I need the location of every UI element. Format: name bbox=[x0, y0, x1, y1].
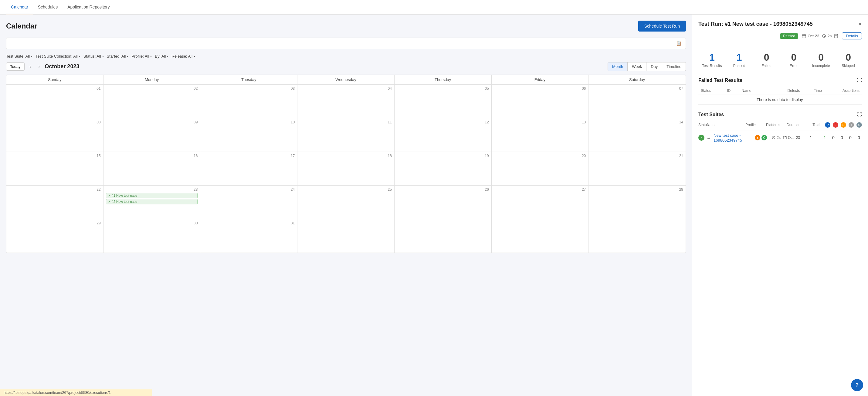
calendar-cell-0-6[interactable]: 07 bbox=[588, 85, 686, 118]
day-view-button[interactable]: Day bbox=[646, 62, 662, 71]
search-input[interactable] bbox=[11, 41, 673, 46]
check-icon: ✓ bbox=[108, 200, 111, 203]
calendar-cell-4-0[interactable]: 29 bbox=[6, 219, 103, 253]
test-suite-filter[interactable]: Test Suite: All ▾ bbox=[6, 54, 32, 59]
calendar-cell-4-5[interactable] bbox=[492, 219, 589, 253]
calendar-date-2-4: 19 bbox=[397, 154, 489, 158]
nav-tab-calendar[interactable]: Calendar bbox=[6, 0, 33, 14]
failed-test-results-section: Failed Test Results ⛶ Status ID Name Def… bbox=[699, 78, 862, 105]
chevron-down-icon: ▾ bbox=[167, 55, 168, 58]
calendar-cell-0-5[interactable]: 06 bbox=[492, 85, 589, 118]
cloud-icon: ☁ bbox=[707, 136, 711, 140]
no-data-row: There is no data to display. bbox=[699, 95, 862, 105]
calendar-cell-2-2[interactable]: 17 bbox=[200, 152, 298, 185]
calendar-date-1-4: 12 bbox=[397, 120, 489, 124]
calendar-cell-4-1[interactable]: 30 bbox=[103, 219, 200, 253]
support-button[interactable]: ? bbox=[851, 379, 863, 391]
suite-name-link[interactable]: New test case - 1698052349745 bbox=[714, 133, 742, 142]
expand-suites-button[interactable]: ⛶ bbox=[857, 112, 862, 117]
failed-section-title: Failed Test Results bbox=[699, 78, 742, 83]
calendar-cell-4-6[interactable] bbox=[588, 219, 686, 253]
calendar-date-4-1: 30 bbox=[106, 221, 198, 225]
calendar-cell-2-0[interactable]: 15 bbox=[6, 152, 103, 185]
started-filter[interactable]: Started: All ▾ bbox=[107, 54, 129, 59]
calendar-cell-4-4[interactable] bbox=[395, 219, 492, 253]
status-filter[interactable]: Status: All ▾ bbox=[84, 54, 104, 59]
copy-icon[interactable]: 📋 bbox=[676, 41, 681, 46]
suite-duration-meta: 2s Oct 23 bbox=[772, 136, 800, 140]
nav-tab-app-repo[interactable]: Application Repository bbox=[63, 0, 115, 14]
by-filter[interactable]: By: All ▾ bbox=[155, 54, 168, 59]
calendar-cell-3-6[interactable]: 28 bbox=[588, 186, 686, 219]
calendar-cell-4-2[interactable]: 31 bbox=[200, 219, 298, 253]
main-layout: Calendar Schedule Test Run 📋 Test Suite:… bbox=[0, 14, 868, 396]
calendar-cell-0-2[interactable]: 03 bbox=[200, 85, 298, 118]
stat-skipped: 0 Skipped bbox=[835, 48, 862, 72]
calendar-cell-1-3[interactable]: 11 bbox=[298, 118, 395, 152]
stat-error: 0 Error bbox=[780, 48, 807, 72]
calendar-cell-0-0[interactable]: 01 bbox=[6, 85, 103, 118]
date-meta: Oct 23 bbox=[802, 34, 819, 38]
calendar-cell-1-0[interactable]: 08 bbox=[6, 118, 103, 152]
calendar-event-3-1-1[interactable]: ✓#2 New test case bbox=[106, 199, 198, 204]
test-suite-collection-filter[interactable]: Test Suite Collection: All ▾ bbox=[35, 54, 81, 59]
page-title: Calendar bbox=[6, 22, 37, 30]
calendar-cell-1-6[interactable]: 14 bbox=[588, 118, 686, 152]
calendar-cell-3-2[interactable]: 24 bbox=[200, 186, 298, 219]
calendar-event-3-1-0[interactable]: ✓#1 New test case bbox=[106, 193, 198, 198]
suites-col-status: Status bbox=[699, 123, 705, 127]
chevron-down-icon: ▾ bbox=[102, 55, 104, 58]
month-view-button[interactable]: Month bbox=[608, 62, 628, 71]
profile-filter[interactable]: Profile: All ▾ bbox=[131, 54, 152, 59]
expand-failed-button[interactable]: ⛶ bbox=[857, 78, 862, 83]
failed-results-table: Status ID Name Defects Time Assertions T… bbox=[699, 87, 862, 105]
left-panel: Calendar Schedule Test Run 📋 Test Suite:… bbox=[0, 14, 692, 396]
calendar-cell-2-6[interactable]: 21 bbox=[588, 152, 686, 185]
stat-incomplete-value: 0 bbox=[808, 52, 833, 63]
calendar-cell-3-4[interactable]: 26 bbox=[395, 186, 492, 219]
close-button[interactable]: × bbox=[858, 21, 862, 28]
calendar-date-0-0: 01 bbox=[9, 87, 101, 91]
status-badge: Passed bbox=[780, 33, 798, 39]
calendar-date-0-5: 06 bbox=[494, 87, 586, 91]
timeline-view-button[interactable]: Timeline bbox=[662, 62, 686, 71]
calendar-cell-3-1[interactable]: 23✓#1 New test case✓#2 New test case bbox=[103, 186, 200, 219]
nav-tab-schedules[interactable]: Schedules bbox=[33, 0, 63, 14]
bottom-tooltip: https://testops.qa.katalon.com/team/267/… bbox=[0, 389, 152, 396]
calendar-cell-2-1[interactable]: 16 bbox=[103, 152, 200, 185]
calendar-cell-1-4[interactable]: 12 bbox=[395, 118, 492, 152]
s-badge: S bbox=[857, 122, 862, 128]
calendar-cell-2-5[interactable]: 20 bbox=[492, 152, 589, 185]
calendar-cell-3-0[interactable]: 22 bbox=[6, 186, 103, 219]
stat-passed: 1 Passed bbox=[726, 48, 753, 72]
col-assertions: Assertions bbox=[824, 87, 862, 95]
calendar-cell-1-5[interactable]: 13 bbox=[492, 118, 589, 152]
calendar-cell-1-1[interactable]: 09 bbox=[103, 118, 200, 152]
next-month-button[interactable]: › bbox=[36, 63, 42, 71]
week-view-button[interactable]: Week bbox=[628, 62, 646, 71]
calendar-cell-2-3[interactable]: 18 bbox=[298, 152, 395, 185]
details-button[interactable]: Details bbox=[842, 32, 862, 39]
suite-i-count: 0 bbox=[847, 135, 854, 140]
calendar-date-3-4: 26 bbox=[397, 187, 489, 192]
calendar-cell-2-4[interactable]: 19 bbox=[395, 152, 492, 185]
log-meta bbox=[834, 34, 838, 38]
calendar-cell-4-3[interactable] bbox=[298, 219, 395, 253]
suites-col-duration: Duration bbox=[787, 123, 808, 127]
prev-month-button[interactable]: ‹ bbox=[27, 63, 33, 71]
table-header-row: Status ID Name Defects Time Assertions bbox=[699, 87, 862, 95]
calendar-cell-0-1[interactable]: 02 bbox=[103, 85, 200, 118]
today-button[interactable]: Today bbox=[6, 62, 25, 71]
release-filter[interactable]: Release: All ▾ bbox=[172, 54, 195, 59]
calendar-cell-0-3[interactable]: 04 bbox=[298, 85, 395, 118]
schedule-test-run-button[interactable]: Schedule Test Run bbox=[638, 21, 686, 32]
calendar-cell-3-5[interactable]: 27 bbox=[492, 186, 589, 219]
calendar-cell-0-4[interactable]: 05 bbox=[395, 85, 492, 118]
suites-col-counts: P F E I S bbox=[825, 122, 862, 128]
e-badge: E bbox=[841, 122, 846, 128]
right-panel: Test Run: #1 New test case - 16980523497… bbox=[692, 14, 868, 396]
calendar-cell-3-3[interactable]: 25 bbox=[298, 186, 395, 219]
stat-passed-value: 1 bbox=[727, 52, 752, 63]
calendar-cell-1-2[interactable]: 10 bbox=[200, 118, 298, 152]
calendar-date-1-2: 10 bbox=[203, 120, 295, 124]
